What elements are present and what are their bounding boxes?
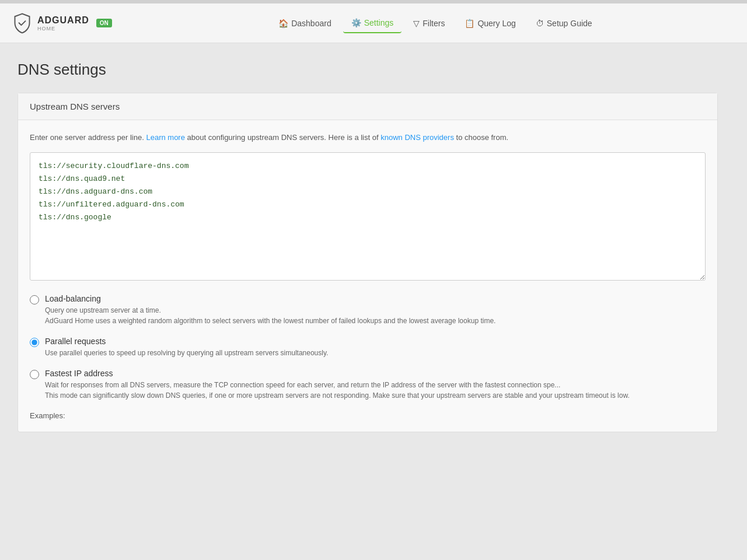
option-desc1-parallel-requests: Use parallel queries to speed up resolvi…: [45, 348, 706, 358]
logo-text: ADGUARD HOME: [37, 15, 89, 32]
dns-servers-textarea[interactable]: tls://security.cloudflare-dns.com tls://…: [30, 152, 706, 281]
option-load-balancing[interactable]: Load-balancing Query one upstream server…: [30, 294, 706, 326]
navbar: ADGUARD HOME ON 🏠 Dashboard ⚙️ Settings …: [0, 4, 747, 43]
option-desc2-fastest-ip: This mode can significantly slow down DN…: [45, 390, 706, 401]
option-parallel-requests[interactable]: Parallel requests Use parallel queries t…: [30, 337, 706, 358]
option-title-parallel-requests: Parallel requests: [45, 337, 706, 346]
main-content: DNS settings Upstream DNS servers Enter …: [0, 43, 735, 461]
on-badge: ON: [96, 19, 112, 27]
info-middle: about configuring upstream DNS servers. …: [185, 133, 381, 142]
radio-load-balancing[interactable]: [30, 295, 39, 304]
setup-guide-icon: ⏱: [536, 19, 544, 28]
nav-label-setup-guide: Setup Guide: [547, 19, 592, 28]
upstream-dns-body: Enter one server address per line. Learn…: [18, 120, 717, 432]
dashboard-icon: 🏠: [278, 19, 288, 28]
radio-parallel-requests[interactable]: [30, 338, 39, 347]
radio-fastest-ip[interactable]: [30, 370, 39, 379]
nav-label-query-log: Query Log: [477, 19, 515, 28]
nav-item-setup-guide[interactable]: ⏱ Setup Guide: [528, 14, 601, 33]
nav-item-query-log[interactable]: 📋 Query Log: [456, 14, 523, 33]
option-fastest-ip[interactable]: Fastest IP address Wait for responses fr…: [30, 369, 706, 401]
option-content-load-balancing: Load-balancing Query one upstream server…: [45, 294, 706, 326]
adguard-shield-icon: [12, 13, 33, 34]
upstream-dns-header: Upstream DNS servers: [18, 93, 717, 120]
filters-icon: ▽: [413, 19, 420, 28]
info-after: to choose from.: [454, 133, 508, 142]
nav-label-settings: Settings: [364, 18, 394, 27]
nav-item-dashboard[interactable]: 🏠 Dashboard: [270, 14, 340, 33]
options-section: Load-balancing Query one upstream server…: [30, 294, 706, 401]
option-content-parallel-requests: Parallel requests Use parallel queries t…: [45, 337, 706, 358]
query-log-icon: 📋: [465, 19, 474, 28]
option-desc1-fastest-ip: Wait for responses from all DNS servers,…: [45, 380, 706, 390]
nav-item-settings[interactable]: ⚙️ Settings: [343, 13, 402, 33]
info-before: Enter one server address per line.: [30, 133, 146, 142]
option-content-fastest-ip: Fastest IP address Wait for responses fr…: [45, 369, 706, 401]
option-desc1-load-balancing: Query one upstream server at a time.: [45, 305, 706, 316]
option-title-load-balancing: Load-balancing: [45, 294, 706, 303]
logo-name: ADGUARD: [37, 15, 89, 26]
examples-label: Examples:: [30, 411, 706, 420]
settings-icon: ⚙️: [351, 18, 361, 27]
option-desc2-load-balancing: AdGuard Home uses a weighted random algo…: [45, 316, 706, 326]
nav-label-filters: Filters: [423, 19, 445, 28]
known-providers-link[interactable]: known DNS providers: [381, 133, 454, 142]
learn-more-link[interactable]: Learn more: [146, 133, 184, 142]
upstream-dns-card: Upstream DNS servers Enter one server ad…: [18, 93, 718, 432]
upstream-info-text: Enter one server address per line. Learn…: [30, 132, 706, 144]
nav-label-dashboard: Dashboard: [291, 19, 331, 28]
logo-area: ADGUARD HOME ON: [12, 13, 112, 34]
nav-item-filters[interactable]: ▽ Filters: [405, 14, 453, 33]
page-title: DNS settings: [18, 61, 718, 79]
nav-links: 🏠 Dashboard ⚙️ Settings ▽ Filters 📋 Quer…: [135, 13, 735, 33]
option-title-fastest-ip: Fastest IP address: [45, 369, 706, 378]
logo-sub: HOME: [37, 26, 89, 32]
